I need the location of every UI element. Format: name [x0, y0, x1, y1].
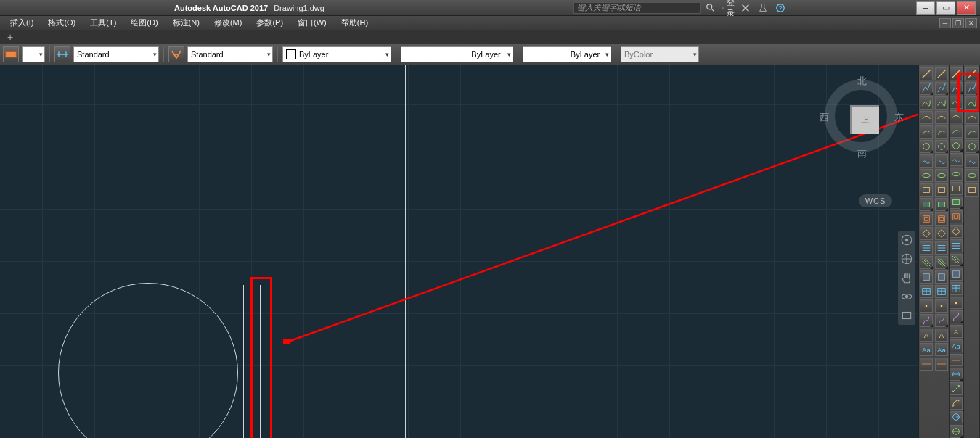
viewcube-south[interactable]: 南	[857, 147, 867, 160]
tool-fill[interactable]	[920, 198, 933, 211]
tool-dim-rad[interactable]	[935, 125, 948, 139]
minimize-button[interactable]: ─	[916, 1, 935, 15]
menu-parametric[interactable]: 参数(P)	[249, 16, 290, 30]
drawing-canvas[interactable]: 上 北 南 东 西 WCS	[0, 65, 918, 438]
tool-array[interactable]	[950, 125, 963, 138]
menu-window[interactable]: 窗口(W)	[290, 16, 334, 30]
wcs-badge[interactable]: WCS	[859, 194, 892, 207]
tool-region-u[interactable]	[950, 397, 963, 410]
tool-pline[interactable]	[920, 82, 933, 95]
tool-xline[interactable]	[920, 358, 933, 371]
menu-draw[interactable]: 绘图(D)	[123, 16, 165, 30]
viewcube-east[interactable]: 东	[894, 111, 904, 124]
tool-center[interactable]	[935, 256, 948, 269]
tool-rect2[interactable]	[920, 212, 933, 226]
menu-dim[interactable]: 标注(N)	[166, 16, 207, 30]
tool-trim[interactable]	[950, 197, 963, 210]
linetype-dropdown[interactable]: ByLayer▾	[401, 46, 513, 62]
tool-region-s[interactable]	[950, 411, 963, 424]
tool-region-i[interactable]	[950, 425, 963, 438]
tool-dim-space[interactable]	[935, 212, 948, 226]
tool-circle[interactable]	[920, 140, 933, 153]
nav-pan-icon[interactable]	[900, 271, 913, 284]
tool-rect[interactable]	[920, 183, 933, 197]
tool-text[interactable]: A	[920, 328, 933, 342]
tool-edit[interactable]	[935, 299, 948, 313]
help-icon[interactable]: ?	[774, 2, 787, 14]
tool-dim-ord[interactable]	[935, 154, 948, 168]
tool-point[interactable]	[920, 299, 933, 313]
tool-inspect[interactable]	[935, 270, 948, 284]
tool-rotate[interactable]	[950, 153, 963, 166]
tool-edit-ar[interactable]	[950, 382, 963, 395]
menu-help[interactable]: 帮助(H)	[334, 16, 375, 30]
color-dropdown-small[interactable]: ▾	[22, 46, 45, 62]
tool-jogged[interactable]	[935, 285, 948, 298]
tool-stretch[interactable]	[950, 182, 963, 195]
tool-list[interactable]	[965, 111, 979, 124]
exchange-icon[interactable]	[739, 2, 752, 14]
tool-grid[interactable]	[920, 241, 933, 255]
tool-dim-base[interactable]	[935, 183, 948, 197]
tool-id[interactable]	[965, 125, 979, 139]
search-input[interactable]: 键入关键字或短语	[573, 2, 701, 14]
tool-break[interactable]	[950, 225, 963, 238]
tool-lengthen[interactable]: A	[950, 325, 963, 338]
tool-dim-dia[interactable]	[935, 140, 948, 153]
tool-qdim[interactable]	[935, 358, 948, 371]
tool-explode[interactable]	[950, 297, 963, 310]
maximize-button[interactable]: ▭	[936, 1, 955, 15]
tool-offset[interactable]	[950, 110, 963, 123]
menu-modify[interactable]: 修改(M)	[207, 16, 250, 30]
tool-spline[interactable]	[920, 96, 933, 110]
tool-dim-cont[interactable]	[935, 198, 948, 211]
tool-edit-ha[interactable]	[950, 368, 963, 381]
menu-format[interactable]: 格式(O)	[41, 16, 83, 30]
menu-insert[interactable]: 插入(I)	[3, 16, 41, 30]
tool-update[interactable]	[935, 314, 948, 327]
tool-dim-break[interactable]	[935, 227, 948, 240]
new-tab-button[interactable]: +	[0, 31, 20, 43]
nav-compass-icon[interactable]	[900, 234, 913, 247]
tool-extend[interactable]	[950, 210, 963, 223]
tool-join[interactable]	[950, 239, 963, 252]
nav-show-icon[interactable]	[900, 309, 913, 322]
tool-move[interactable]	[950, 139, 963, 152]
tool-curve[interactable]	[965, 154, 979, 168]
tool-mtext[interactable]: Aa	[920, 343, 933, 356]
search-icon[interactable]	[704, 2, 717, 14]
tool-dim-arc[interactable]	[935, 111, 948, 124]
doc-close-button[interactable]: ✕	[965, 18, 977, 28]
tool-hatch[interactable]	[920, 256, 933, 269]
tool-blend[interactable]	[950, 282, 963, 295]
lineweight-dropdown[interactable]: ByLayer▾	[523, 46, 611, 62]
doc-restore-button[interactable]: ❐	[952, 18, 964, 28]
tool-mleader[interactable]: Aa	[935, 343, 948, 356]
tool-align[interactable]	[950, 310, 963, 323]
tool-tangent[interactable]	[965, 140, 979, 153]
tool-fillet[interactable]	[950, 268, 963, 281]
tool-chamfer[interactable]	[950, 254, 963, 267]
viewcube-north[interactable]: 北	[857, 75, 867, 88]
tool-blend2[interactable]	[965, 169, 979, 182]
layer-color-dropdown[interactable]: ByLayer▾	[282, 46, 391, 62]
close-button[interactable]: ✕	[957, 1, 976, 15]
menu-tools[interactable]: 工具(T)	[83, 16, 123, 30]
tool-leader[interactable]: A	[935, 328, 948, 342]
nav-orbit-icon[interactable]	[900, 290, 913, 303]
dimstyle-icon[interactable]	[54, 46, 70, 62]
flask-icon[interactable]	[756, 2, 769, 14]
tool-edit-pl[interactable]: Aa	[950, 339, 963, 352]
viewcube[interactable]: 上 北 南 东 西	[821, 76, 901, 156]
tool-line[interactable]	[920, 67, 933, 80]
tool-table[interactable]	[920, 285, 933, 298]
tool-dim-jog[interactable]	[935, 169, 948, 182]
tool-helix[interactable]	[920, 314, 933, 327]
tool-scale[interactable]	[950, 168, 963, 181]
tool-dim-ali[interactable]	[935, 82, 948, 95]
viewcube-face-top[interactable]: 上	[850, 105, 879, 134]
tool-edit-sp[interactable]	[950, 354, 963, 367]
doc-minimize-button[interactable]: ─	[939, 18, 951, 28]
tool-nurbs[interactable]	[920, 111, 933, 124]
tool-rect3[interactable]	[920, 227, 933, 240]
